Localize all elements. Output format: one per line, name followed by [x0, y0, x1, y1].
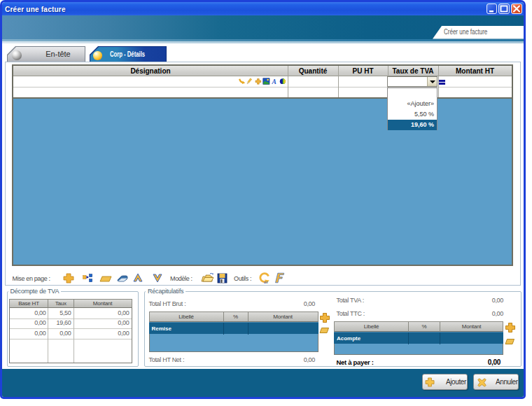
svg-text:as: as — [264, 279, 268, 284]
svg-text:A: A — [272, 78, 276, 85]
